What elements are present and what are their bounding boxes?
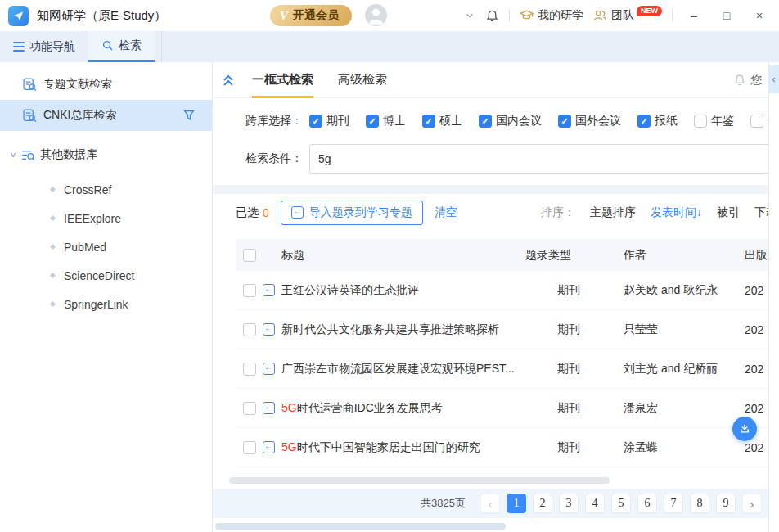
sort-option-下载[interactable]: 下载 — [754, 205, 768, 220]
row-import-icon[interactable] — [263, 284, 275, 296]
checkbox-icon — [309, 115, 322, 128]
hamburger-icon — [13, 42, 25, 52]
team-link[interactable]: 团队 NEW — [593, 8, 662, 23]
pagination-pages: 123456789 — [507, 494, 736, 513]
db-option-基教[interactable]: 基教 — [750, 114, 768, 128]
row-title[interactable]: 5G时代运营商IDC业务发展思考 — [281, 401, 525, 416]
db-option-国内会议[interactable]: 国内会议 — [479, 114, 542, 128]
next-page-button[interactable]: › — [742, 494, 762, 513]
db-option-国外会议[interactable]: 国外会议 — [558, 114, 621, 128]
sidebar-subitem-springerlink[interactable]: SpringerLink — [0, 290, 212, 318]
select-all-checkbox[interactable] — [243, 249, 256, 262]
page-button-9[interactable]: 9 — [716, 494, 736, 513]
db-option-博士[interactable]: 博士 — [366, 114, 406, 128]
cross-db-label: 跨库选择： — [245, 114, 309, 128]
row-title[interactable]: 新时代公共文化服务共建共享推进策略探析 — [281, 322, 525, 337]
my-study-link[interactable]: 我的研学 — [520, 8, 583, 23]
bullet-icon — [50, 215, 56, 221]
table-row: 5G时代下中国智能家居走出国门的研究期刊涂孟蝶202 — [236, 428, 768, 467]
condition-label: 检索条件： — [245, 151, 309, 166]
list-search-icon — [21, 148, 35, 162]
expand-panel-toggle[interactable]: ‹ — [768, 65, 779, 93]
checkbox-icon — [422, 115, 435, 128]
results-toolbar: 已选 0 导入题录到学习专题 清空 排序： 主题排序发表时间↓被引下载 — [213, 194, 768, 231]
table-row: 新时代公共文化服务共建共享推进策略探析期刊只莹莹202 — [236, 310, 768, 349]
main-hscrollbar-thumb[interactable] — [215, 523, 506, 530]
page-button-8[interactable]: 8 — [690, 494, 709, 513]
import-records-button[interactable]: 导入题录到学习专题 — [281, 201, 423, 225]
db-option-年鉴[interactable]: 年鉴 — [694, 114, 734, 128]
row-import-icon[interactable] — [263, 402, 275, 414]
sidebar-item-cnki-search[interactable]: CNKI总库检索 — [0, 100, 212, 131]
search-query-input[interactable] — [309, 144, 768, 174]
table-header-row: 标题 题录类型 作者 出版 — [236, 239, 768, 271]
checkbox-icon — [750, 115, 763, 128]
page-button-4[interactable]: 4 — [585, 494, 605, 513]
sidebar-subitem-ieeexplore[interactable]: IEEExplore — [0, 204, 212, 232]
sort-option-主题排序[interactable]: 主题排序 — [590, 205, 636, 220]
announcement-bell-icon[interactable] — [733, 74, 746, 87]
page-button-3[interactable]: 3 — [559, 494, 579, 513]
tab-one-box-search[interactable]: 一框式检索 — [252, 62, 313, 98]
pagination: 共3825页 ‹ 123456789 › — [213, 489, 768, 518]
row-import-icon[interactable] — [263, 323, 275, 336]
clear-button[interactable]: 清空 — [435, 205, 457, 220]
import-icon — [291, 206, 304, 219]
vip-upgrade-button[interactable]: V 开通会员 — [270, 5, 352, 26]
sidebar-subitem-label: PubMed — [64, 241, 106, 254]
row-checkbox[interactable] — [243, 441, 256, 454]
maximize-button[interactable]: □ — [715, 9, 738, 22]
prev-page-button[interactable]: ‹ — [480, 494, 500, 513]
total-pages-label: 共3825页 — [421, 496, 466, 511]
db-option-期刊[interactable]: 期刊 — [309, 114, 349, 128]
row-checkbox[interactable] — [243, 284, 256, 297]
page-button-5[interactable]: 5 — [611, 494, 631, 513]
highlight-keyword: 5G — [281, 401, 297, 414]
close-button[interactable]: × — [748, 9, 771, 22]
sidebar-subitem-pubmed[interactable]: PubMed — [0, 232, 212, 261]
chevron-down-icon[interactable] — [464, 10, 475, 21]
row-year: 202 — [745, 323, 768, 336]
notification-bell-icon[interactable] — [485, 9, 499, 23]
row-checkbox[interactable] — [243, 363, 256, 376]
divider — [672, 9, 673, 22]
minimize-button[interactable]: – — [682, 9, 705, 22]
page-button-6[interactable]: 6 — [637, 494, 657, 513]
app-window: 知网研学（原E-Study） V 开通会员 — [0, 0, 779, 532]
bullet-icon — [50, 273, 56, 278]
app-title: 知网研学（原E-Study） — [37, 8, 166, 24]
db-option-报纸[interactable]: 报纸 — [637, 114, 678, 128]
user-avatar[interactable] — [365, 4, 387, 26]
titlebar: 知网研学（原E-Study） V 开通会员 — [0, 0, 779, 31]
row-title[interactable]: 广西崇左市物流园区发展建设宏观环境PEST... — [281, 362, 525, 376]
row-title[interactable]: 王红公汉诗英译的生态批评 — [281, 283, 525, 298]
nav-function-menu[interactable]: 功能导航 — [0, 31, 88, 62]
sort-option-发表时间↓[interactable]: 发表时间↓ — [651, 205, 702, 220]
filter-icon[interactable] — [182, 109, 196, 122]
sort-option-被引[interactable]: 被引 — [717, 205, 740, 220]
nav-tab-search[interactable]: 检索 — [88, 31, 155, 62]
page-button-2[interactable]: 2 — [533, 494, 552, 513]
db-option-label: 报纸 — [655, 114, 678, 128]
row-import-icon[interactable] — [263, 441, 275, 453]
checkbox-icon — [694, 115, 707, 128]
table-hscrollbar-thumb[interactable] — [229, 477, 610, 484]
page-button-1[interactable]: 1 — [507, 494, 526, 513]
db-option-label: 国内会议 — [496, 114, 542, 128]
row-title[interactable]: 5G时代下中国智能家居走出国门的研究 — [281, 440, 525, 455]
download-fab-button[interactable] — [732, 417, 757, 441]
row-import-icon[interactable] — [263, 363, 275, 375]
tab-advanced-search[interactable]: 高级检索 — [338, 62, 387, 98]
row-checkbox[interactable] — [243, 323, 256, 336]
row-type: 期刊 — [525, 401, 624, 416]
sidebar-item-topic-search[interactable]: 专题文献检索 — [0, 69, 212, 100]
page-button-7[interactable]: 7 — [664, 494, 683, 513]
sidebar-subitem-crossref[interactable]: CrossRef — [0, 175, 212, 204]
sidebar-group-other-databases[interactable]: ∨ 其他数据库 — [0, 139, 212, 170]
db-option-硕士[interactable]: 硕士 — [422, 114, 462, 128]
sidebar: 专题文献检索 CNKI总库检索 ∨ 其他数据库 CrossRefIEEExplo… — [0, 62, 213, 532]
collapse-panel-icon[interactable] — [221, 73, 236, 88]
sidebar-subitem-sciencedirect[interactable]: ScienceDirect — [0, 261, 212, 290]
row-checkbox[interactable] — [243, 402, 256, 415]
app-logo-icon — [8, 6, 29, 26]
